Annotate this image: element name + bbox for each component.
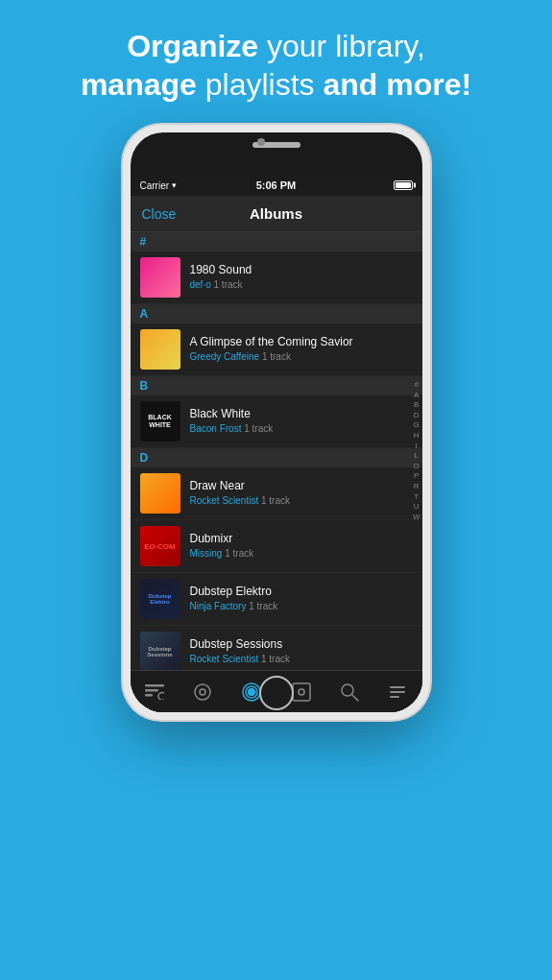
album-sub: Bacon Frost 1 track — [190, 422, 413, 436]
home-button[interactable] — [259, 676, 294, 710]
page-title: Albums — [250, 205, 302, 222]
album-artist: def·o — [190, 279, 211, 290]
tab-search[interactable] — [340, 682, 359, 702]
alpha-index-letter[interactable]: # — [413, 380, 420, 390]
album-art-glimpse — [140, 329, 180, 370]
album-sub: def·o 1 track — [190, 278, 413, 292]
svg-point-10 — [299, 689, 304, 695]
status-time: 5:06 PM — [256, 179, 297, 191]
album-item[interactable]: BLACKWHITE Black White Bacon Frost 1 tra… — [131, 395, 422, 448]
album-item[interactable]: Draw Near Rocket Scientist 1 track — [131, 467, 422, 520]
album-item[interactable]: DubstepElektro Dubstep Elektro Ninja Fac… — [131, 573, 422, 626]
album-info-drawnear: Draw Near Rocket Scientist 1 track — [190, 479, 413, 508]
album-title: 1980 Sound — [190, 263, 413, 278]
svg-rect-0 — [145, 684, 164, 687]
album-tracks: 1 track — [249, 601, 277, 611]
album-art-dubstep-elektro: DubstepElektro — [140, 579, 180, 619]
alpha-index-letter[interactable]: R — [413, 482, 420, 491]
svg-rect-1 — [145, 689, 158, 692]
album-art-dubstep-sessions: DubstepSessions — [140, 632, 180, 670]
album-info-dubstep-sessions: Dubstep Sessions Rocket Scientist 1 trac… — [190, 637, 413, 666]
album-artist: Missing — [190, 548, 223, 559]
svg-rect-13 — [390, 686, 405, 688]
album-list[interactable]: # 1980 Sound def·o 1 track A — [131, 232, 422, 670]
tab-more[interactable] — [388, 682, 407, 702]
album-item[interactable]: DubstepSessions Dubstep Sessions Rocket … — [131, 626, 422, 670]
tab-playlists[interactable] — [292, 682, 311, 702]
alpha-index-letter[interactable]: A — [413, 391, 420, 400]
album-title: Black White — [190, 407, 413, 422]
phone-camera — [257, 138, 265, 146]
alpha-index-letter[interactable]: G — [413, 421, 420, 431]
header-bold-2: manage — [81, 67, 197, 102]
alpha-index-letter[interactable]: W — [413, 513, 420, 522]
svg-point-5 — [200, 689, 205, 695]
alpha-index-letter[interactable]: D — [413, 411, 420, 420]
svg-line-12 — [352, 695, 358, 701]
album-tracks: 1 track — [225, 548, 253, 559]
album-info-blackwhite: Black White Bacon Frost 1 track — [190, 407, 413, 436]
alpha-index-letter[interactable]: B — [413, 401, 420, 411]
album-title: Dubstep Sessions — [190, 637, 413, 653]
header-bold-1: Organize — [127, 29, 258, 63]
background: Organize your library, manage playlists … — [0, 0, 552, 980]
album-tracks: 1 track — [262, 351, 291, 362]
svg-point-7 — [249, 688, 255, 695]
wifi-icon: ▾ — [172, 180, 177, 190]
album-sub: Rocket Scientist 1 track — [190, 653, 413, 666]
status-bar: Carrier ▾ 5:06 PM — [131, 175, 422, 196]
album-art-dubmixr: EO·COM — [140, 526, 180, 566]
album-tracks: 1 track — [261, 495, 290, 506]
close-button[interactable]: Close — [142, 206, 177, 222]
header-normal-2: playlists — [205, 67, 324, 102]
album-sub: Greedy Caffeine 1 track — [190, 350, 413, 364]
alpha-index-letter[interactable]: H — [413, 431, 420, 441]
album-artist: Bacon Frost — [190, 423, 242, 434]
album-artist: Ninja Factory — [190, 601, 247, 611]
album-item[interactable]: 1980 Sound def·o 1 track — [131, 251, 422, 304]
alpha-index-letter[interactable]: L — [413, 452, 420, 462]
alpha-index-letter[interactable]: T — [413, 492, 420, 502]
album-info-glimpse: A Glimpse of the Coming Savior Greedy Ca… — [190, 335, 413, 364]
screen-content: Carrier ▾ 5:06 PM Close Albums # — [131, 175, 422, 712]
section-a: A — [131, 304, 422, 323]
album-sub: Rocket Scientist 1 track — [190, 494, 413, 508]
album-info-dubstep-elektro: Dubstep Elektro Ninja Factory 1 track — [190, 585, 413, 613]
section-d: D — [131, 448, 422, 467]
alpha-index-letter[interactable]: P — [413, 472, 420, 482]
header-normal-1: your library, — [267, 29, 425, 63]
phone-frame: Carrier ▾ 5:06 PM Close Albums # — [123, 125, 430, 720]
svg-rect-15 — [390, 696, 399, 698]
alpha-index-letter[interactable]: O — [413, 462, 420, 471]
header-bold-3: and more! — [323, 67, 471, 102]
section-b: B — [131, 376, 422, 395]
album-title: Dubstep Elektro — [190, 585, 413, 600]
phone-screen: Carrier ▾ 5:06 PM Close Albums # — [131, 132, 422, 712]
album-artist: Greedy Caffeine — [190, 351, 260, 362]
svg-point-4 — [195, 684, 210, 700]
album-art-drawnear — [140, 473, 180, 514]
album-tracks: 1 track — [261, 654, 290, 664]
alpha-index[interactable]: #ABDGHILOPRTUW — [413, 380, 420, 521]
alpha-index-letter[interactable]: U — [413, 502, 420, 512]
album-sub: Missing 1 track — [190, 547, 413, 561]
svg-rect-14 — [390, 691, 405, 693]
tab-artists[interactable] — [193, 682, 212, 702]
album-artist: Rocket Scientist — [190, 654, 259, 664]
album-sub: Ninja Factory 1 track — [190, 600, 413, 613]
album-info-dubmixr: Dubmixr Missing 1 track — [190, 532, 413, 561]
section-hash: # — [131, 232, 422, 251]
header-text: Organize your library, manage playlists … — [0, 0, 552, 123]
album-tracks: 1 track — [244, 423, 273, 434]
tab-menu[interactable] — [145, 684, 164, 700]
alpha-index-letter[interactable]: I — [413, 442, 420, 451]
album-art-1980sound — [140, 257, 180, 298]
svg-point-3 — [158, 692, 164, 700]
album-title: Draw Near — [190, 479, 413, 494]
svg-rect-2 — [145, 694, 153, 697]
album-item[interactable]: A Glimpse of the Coming Savior Greedy Ca… — [131, 323, 422, 376]
album-tracks: 1 track — [214, 279, 243, 290]
album-item[interactable]: EO·COM Dubmixr Missing 1 track — [131, 520, 422, 573]
svg-point-11 — [342, 684, 353, 696]
svg-rect-9 — [293, 683, 310, 701]
